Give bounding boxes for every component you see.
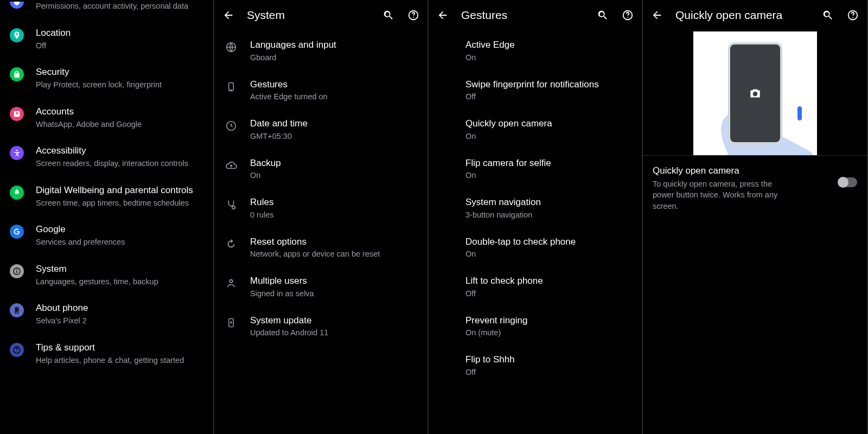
svg-rect-5 xyxy=(16,308,18,312)
back-button[interactable] xyxy=(222,9,235,22)
settings-item-label: Tips & support xyxy=(36,342,203,354)
item-label: Backup xyxy=(250,157,418,170)
page-title: Gestures xyxy=(461,9,584,22)
item-label: System navigation xyxy=(465,196,632,209)
topbar: System xyxy=(214,0,427,31)
item-sub: On xyxy=(465,170,632,181)
gesture-item-prevent-ring[interactable]: Prevent ringingOn (mute) xyxy=(429,307,642,347)
item-sub: Active Edge turned on xyxy=(250,92,418,103)
settings-item-google[interactable]: GoogleServices and preferences xyxy=(0,216,213,256)
item-sub: Off xyxy=(465,367,632,378)
svg-point-13 xyxy=(232,206,235,209)
settings-item-accounts[interactable]: AccountsWhatsApp, Adobe and Google xyxy=(0,98,213,138)
settings-item-label: Location xyxy=(36,27,203,40)
search-icon[interactable] xyxy=(821,9,834,22)
help-icon[interactable] xyxy=(621,9,634,22)
settings-item-label: Accessibility xyxy=(36,145,203,157)
svg-point-9 xyxy=(413,17,414,18)
item-label: Swipe fingerprint for notifications xyxy=(465,79,632,91)
svg-point-14 xyxy=(229,280,233,283)
system-item-rules[interactable]: Rules0 rules xyxy=(214,189,427,228)
item-sub: 0 rules xyxy=(250,210,418,221)
account-icon xyxy=(10,107,24,121)
item-label: System update xyxy=(250,315,418,327)
help-icon[interactable] xyxy=(407,9,420,22)
rules-icon xyxy=(224,197,238,212)
gesture-item-flip-selfie[interactable]: Flip camera for selfieOn xyxy=(429,150,642,189)
help-icon[interactable] xyxy=(846,9,859,22)
settings-item-label: Security xyxy=(36,66,203,79)
settings-item-sub: Screen readers, display, interaction con… xyxy=(36,158,203,169)
back-button[interactable] xyxy=(436,9,449,22)
settings-item-sub: Services and preferences xyxy=(36,237,203,248)
quick-camera-toggle[interactable] xyxy=(839,177,857,187)
back-button[interactable] xyxy=(650,9,663,22)
system-item-reset[interactable]: Reset optionsNetwork, apps or device can… xyxy=(214,228,427,268)
settings-item-wellbeing[interactable]: Digital Wellbeing and parental controlsS… xyxy=(0,177,213,216)
gesture-item-quick-camera[interactable]: Quickly open cameraOn xyxy=(429,110,642,150)
svg-point-0 xyxy=(16,150,18,151)
settings-item-system[interactable]: SystemLanguages, gestures, time, backup xyxy=(0,256,213,295)
system-item-languages[interactable]: Languages and inputGboard xyxy=(214,31,427,71)
location-icon xyxy=(10,28,24,42)
item-sub: On xyxy=(465,53,632,63)
item-label: Flip camera for selfie xyxy=(465,157,632,170)
gesture-item-active-edge[interactable]: Active EdgeOn xyxy=(429,31,642,71)
settings-item-about[interactable]: About phoneSelva's Pixel 2 xyxy=(0,295,213,334)
svg-point-7 xyxy=(16,351,17,352)
item-label: Prevent ringing xyxy=(465,315,632,327)
accessibility-icon xyxy=(10,146,24,160)
item-label: Reset options xyxy=(250,236,418,248)
system-item-gestures[interactable]: GesturesActive Edge turned on xyxy=(214,71,427,111)
settings-item-sub: Permissions, account activity, personal … xyxy=(36,1,203,12)
system-item-update[interactable]: System updateUpdated to Android 11 xyxy=(214,307,427,347)
item-label: Lift to check phone xyxy=(465,275,632,288)
reset-icon xyxy=(224,237,238,251)
search-icon[interactable] xyxy=(382,9,395,22)
privacy-icon xyxy=(10,0,24,9)
item-label: Languages and input xyxy=(250,39,418,52)
phone-illustration xyxy=(728,42,782,144)
item-sub: GMT+05:30 xyxy=(250,131,418,142)
gesture-item-swipe-fp[interactable]: Swipe fingerprint for notificationsOff xyxy=(429,71,642,111)
gestures-panel: Gestures Active EdgeOn Swipe fingerprint… xyxy=(429,0,643,434)
item-label: Date and time xyxy=(250,118,418,130)
camera-icon xyxy=(748,86,762,100)
globe-icon xyxy=(224,40,238,54)
gesture-item-flip-shhh[interactable]: Flip to ShhhOff xyxy=(429,346,642,386)
settings-item-label: Digital Wellbeing and parental controls xyxy=(36,184,203,197)
item-sub: Network, apps or device can be reset xyxy=(250,249,418,260)
gesture-item-system-nav[interactable]: System navigation3-button navigation xyxy=(429,189,642,228)
lock-icon xyxy=(10,67,24,81)
settings-item-label: Accounts xyxy=(36,106,203,118)
user-icon xyxy=(224,276,238,290)
system-item-backup[interactable]: BackupOn xyxy=(214,150,427,189)
item-label: Double-tap to check phone xyxy=(465,236,632,248)
update-icon xyxy=(224,316,238,330)
svg-point-19 xyxy=(852,17,853,18)
settings-item-privacy[interactable]: Permissions, account activity, personal … xyxy=(0,0,213,20)
settings-item-sub: Screen time, app timers, bedtime schedul… xyxy=(36,198,203,209)
settings-item-sub: Help articles, phone & chat, getting sta… xyxy=(36,355,203,366)
item-sub: Gboard xyxy=(250,53,418,63)
settings-item-tips[interactable]: Tips & supportHelp articles, phone & cha… xyxy=(0,334,213,374)
item-sub: On xyxy=(465,249,632,260)
gesture-item-lift[interactable]: Lift to check phoneOff xyxy=(429,267,642,307)
settings-item-sub: Off xyxy=(36,41,203,52)
search-icon[interactable] xyxy=(596,9,609,22)
system-item-users[interactable]: Multiple usersSigned in as selva xyxy=(214,267,427,307)
settings-item-sub: WhatsApp, Adobe and Google xyxy=(36,119,203,130)
settings-item-security[interactable]: SecurityPlay Protect, screen lock, finge… xyxy=(0,59,213,98)
info-icon xyxy=(10,264,24,278)
settings-item-accessibility[interactable]: AccessibilityScreen readers, display, in… xyxy=(0,137,213,177)
settings-item-location[interactable]: LocationOff xyxy=(0,20,213,59)
topbar: Quickly open camera xyxy=(643,0,867,31)
topbar: Gestures xyxy=(429,0,642,31)
quick-camera-toggle-row: Quickly open camera To quickly open came… xyxy=(643,156,867,221)
gesture-item-double-tap[interactable]: Double-tap to check phoneOn xyxy=(429,228,642,268)
svg-point-17 xyxy=(627,17,628,18)
page-title: System xyxy=(247,9,370,22)
settings-item-sub: Play Protect, screen lock, fingerprint xyxy=(36,80,203,91)
system-item-datetime[interactable]: Date and timeGMT+05:30 xyxy=(214,110,427,150)
page-title: Quickly open camera xyxy=(675,9,809,22)
